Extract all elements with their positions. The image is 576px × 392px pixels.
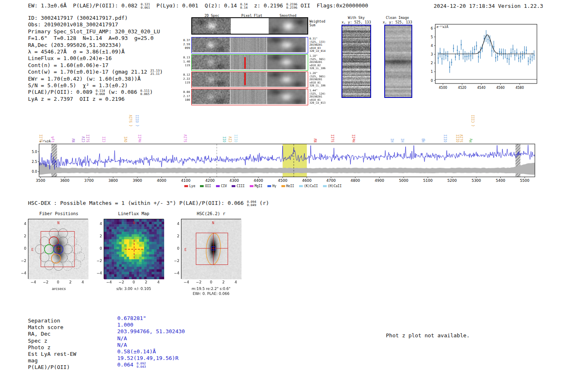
spec2d-image <box>192 89 230 104</box>
panel-overlay: NE <box>181 219 242 279</box>
emission-line-label: HeII <box>352 135 356 142</box>
emission-line-label: OVI <box>124 136 128 142</box>
legend-label: (K)CaII <box>304 184 318 188</box>
data-point <box>530 59 531 60</box>
x-tick-label: 4580 <box>516 86 524 90</box>
withsky-coords: x, y: 525, 133 <box>340 20 373 24</box>
uncertainty-stack: 0.1110.065 <box>140 89 150 96</box>
panel-overlay: NE <box>28 219 88 279</box>
emission-line-label: SiIV <box>460 135 464 142</box>
match-row-value: 19.52(19.49,19.56)R <box>117 355 179 361</box>
match-row-label: RA, Dec <box>28 331 51 337</box>
emission-line-label: LyA <box>51 136 55 142</box>
spec2d-row <box>191 72 308 88</box>
emission-line-label: Hβ <box>422 138 425 142</box>
match-row-value: 0.58(±0.14)Å <box>117 348 156 355</box>
info-line: LyA z = 2.7397 OII z = 0.2196 <box>28 96 163 102</box>
x-tick-label: 4600 <box>302 179 311 183</box>
match-row-value: 1.000 <box>117 322 133 328</box>
legend-swatch <box>281 185 285 187</box>
data-point <box>441 58 443 60</box>
match-row-label: Spec z <box>28 338 47 344</box>
weighted-smoothed-image <box>269 18 307 34</box>
data-point <box>474 49 475 50</box>
panel-overlay: N <box>104 219 164 279</box>
text-segment: (w: 0.086 <box>105 89 140 95</box>
data-point <box>470 55 471 56</box>
spec2d-row-left-label: 0.37 2.59 099 <box>180 39 190 51</box>
text-segment: Primary Spec_Slot_IFU_AMP: 320_032_020_L… <box>28 28 160 35</box>
text-segment: z: 0.2196 <box>248 2 286 9</box>
y-tick-label: 3 <box>431 53 433 56</box>
text-segment: OII Flags:0x20000000 <box>297 2 368 9</box>
legend-label: MgII <box>255 184 262 188</box>
x-tick-label: 2 <box>219 280 228 284</box>
legend-swatch <box>184 185 188 187</box>
north-label: N <box>212 221 214 225</box>
fiber-circle <box>63 245 72 254</box>
x-tick-label: 5100 <box>423 179 432 183</box>
x-tick-label: −4 <box>105 280 114 284</box>
match-row-label: Separation <box>28 318 60 324</box>
fiber-circle <box>40 237 49 246</box>
match-row-label: Photo z <box>28 344 51 350</box>
pixelflat-image <box>230 37 267 52</box>
x-tick-label: 4900 <box>375 179 384 183</box>
data-point <box>493 46 495 47</box>
pixelflat-image <box>230 55 267 70</box>
data-point <box>449 67 451 68</box>
emission-line-label: OIII <box>456 135 460 142</box>
spec2d-row-right-label: 1.28" (525, 965) 20190201 v018_01 320_LL… <box>309 72 325 88</box>
east-label: E <box>184 248 186 252</box>
stack-bottom: 0.2196 <box>286 6 297 9</box>
data-point <box>465 56 466 57</box>
x-tick-label: 4560 <box>496 86 504 90</box>
hsc-panel-title: HSC(26.2) r <box>182 211 240 216</box>
legend-swatch <box>250 185 253 187</box>
info-line: EWr = 1.70(±0.42) (w: 1.60(±0.38))Å <box>28 76 163 82</box>
match-row-label: Est LyA rest-EW <box>28 351 76 357</box>
x-tick-label: 0 <box>53 280 63 284</box>
y-tick-label: −4 <box>170 271 179 275</box>
legend-item: HeII <box>281 184 294 188</box>
y-tick-label: 2 <box>431 61 433 65</box>
fiber-circle <box>40 253 49 262</box>
legend-label: Lyα <box>189 184 195 188</box>
data-point <box>534 55 535 56</box>
spec2d-row-right-label: 1.18" (525, 965) 20190201 v018_02 320_LL… <box>309 55 325 70</box>
legend-label: Hγ <box>272 184 276 188</box>
x-tick-label: −2 <box>41 280 50 284</box>
x-tick-label: −4 <box>29 280 38 284</box>
text-segment: ) <box>150 89 153 95</box>
smoothed-image <box>267 89 306 104</box>
text-segment: HSC-DEX : Possible Matches = 1 (within +… <box>28 200 247 206</box>
y-tick-label: 0 <box>431 79 433 83</box>
emission-line-label: { SiIV <box>129 115 133 127</box>
pixelflat-image <box>230 72 267 87</box>
text-segment: RA,Dec (203.995026,51.302334) <box>28 42 121 48</box>
stack-bottom: 0.14 <box>240 6 248 9</box>
x-tick-label: 4520 <box>458 86 466 90</box>
legend-item: CIV <box>216 184 227 188</box>
lineflux-panel-title: Lineflux Map <box>105 211 163 216</box>
spec2d-row <box>191 54 308 71</box>
match-value-text: 1.000 <box>117 322 133 328</box>
y-tick-label: 2 <box>17 234 26 238</box>
text-segment: LineFlux = 1.00(±0.24)e-16 <box>28 55 112 61</box>
spec2d-row <box>191 37 308 53</box>
data-point <box>514 55 516 56</box>
y-axis-label: e⁻¹⁷x2Å <box>437 25 449 29</box>
emission-line-label: HeII <box>138 135 142 142</box>
data-point <box>445 55 446 56</box>
y-tick-label: −4 <box>93 271 102 275</box>
fiber-circle-dashed <box>68 237 77 246</box>
x-tick-label: 2 <box>142 280 151 284</box>
withsky-cutout <box>341 25 371 98</box>
legend-swatch <box>323 185 327 187</box>
x-tick-label: 4 <box>78 280 87 284</box>
photz-note: Phot z plot not available. <box>386 332 470 339</box>
hetdex-detection-report: EW: 1.3±0.6Å P(LAE)/P(OII): 0.082 0.1210… <box>0 0 576 392</box>
text-segment: P(LAE)/P(OII): 0.089 <box>28 89 95 95</box>
data-point <box>518 58 519 59</box>
smoothed-image <box>267 55 306 70</box>
